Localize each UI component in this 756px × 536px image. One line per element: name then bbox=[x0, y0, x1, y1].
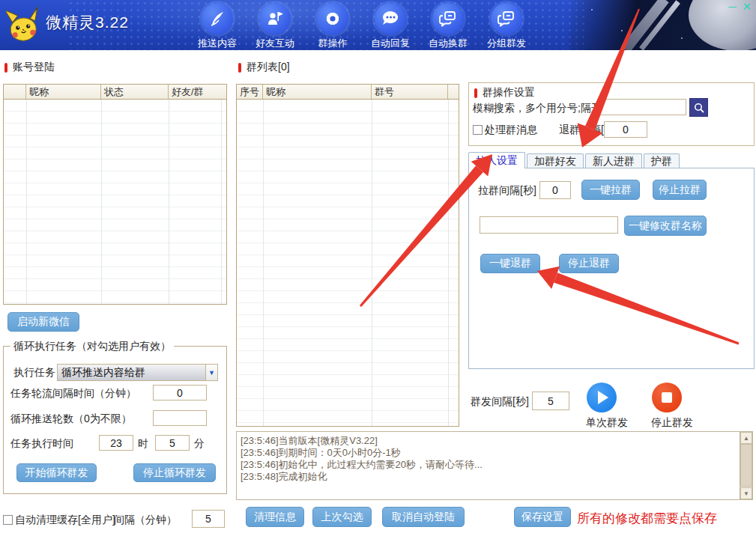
clear-info-button[interactable]: 清理信息 bbox=[246, 507, 304, 527]
app-title: 微精灵3.22 bbox=[46, 12, 129, 33]
search-button[interactable] bbox=[689, 98, 708, 117]
log-line: [23:5:46]当前版本[微精灵V3.22] bbox=[241, 435, 737, 447]
col-group-nickname[interactable]: 昵称 bbox=[263, 85, 372, 99]
rounds-input[interactable] bbox=[153, 410, 207, 426]
rounds-label: 循环推送轮数（0为不限） bbox=[10, 412, 132, 426]
stop-send-label: 停止群发 bbox=[651, 416, 693, 430]
process-group-msg-checkbox[interactable] bbox=[473, 125, 483, 135]
fuzzy-search-label: 模糊搜索，多个用分号;隔开 bbox=[473, 102, 602, 115]
last-check-button[interactable]: 上次勾选 bbox=[312, 507, 372, 527]
task-interval-input[interactable] bbox=[153, 385, 207, 401]
scroll-down-icon[interactable]: ▼ bbox=[740, 487, 752, 499]
log-scrollbar[interactable]: ▲ ▼ bbox=[740, 432, 752, 499]
start-loop-send-button[interactable]: 开始循环群发 bbox=[16, 463, 97, 482]
close-button[interactable]: ✕ bbox=[742, 1, 752, 13]
red-marker bbox=[4, 63, 7, 73]
titlebar[interactable]: 微精灵3.22 推送内容 好友互动 群操作 自动回复 自动换群 分组群发 ─ ✕ bbox=[0, 0, 756, 50]
minimize-button[interactable]: ─ bbox=[728, 1, 737, 13]
col-status[interactable]: 状态 bbox=[101, 85, 169, 99]
log-line: [23:5:48]完成初始化 bbox=[241, 471, 737, 483]
scroll-up-icon[interactable]: ▲ bbox=[740, 432, 752, 444]
minute-unit-label: 分 bbox=[194, 437, 205, 451]
autoclean-interval-input[interactable] bbox=[192, 510, 225, 528]
task-label: 执行任务 bbox=[13, 366, 55, 380]
chevron-down-icon[interactable]: ▼ bbox=[205, 364, 218, 381]
save-hint-text: 所有的修改都需要点保存 bbox=[577, 510, 717, 527]
log-line: [23:5:46]初始化中，此过程大约需要20秒，请耐心等待... bbox=[241, 459, 737, 471]
start-new-wechat-button[interactable]: 启动新微信 bbox=[7, 312, 79, 332]
red-marker bbox=[474, 88, 477, 98]
chat-dots-icon bbox=[381, 9, 400, 28]
single-send-label: 单次群发 bbox=[586, 416, 628, 430]
account-login-header: 账号登陆 bbox=[4, 61, 55, 74]
toolbar-item-auto-reply[interactable]: 自动回复 bbox=[362, 3, 419, 50]
send-interval-label: 群发间隔[秒] bbox=[471, 395, 529, 409]
play-icon bbox=[598, 391, 608, 404]
toolbar-item-friend-interact[interactable]: 好友互动 bbox=[247, 3, 303, 50]
pull-interval-label: 拉群间隔[秒] bbox=[478, 184, 536, 198]
col-nickname[interactable]: 昵称 bbox=[26, 85, 101, 99]
autoclean-interval-label: 间隔（分钟） bbox=[114, 514, 177, 527]
group-table-body[interactable] bbox=[237, 100, 459, 426]
log-output[interactable]: [23:5:46]当前版本[微精灵V3.22] [23:5:46]到期时间：0天… bbox=[236, 431, 753, 500]
stop-quit-button[interactable]: 停止退群 bbox=[559, 254, 619, 273]
account-table-body[interactable] bbox=[4, 100, 226, 304]
send-interval-input[interactable] bbox=[532, 392, 569, 410]
tab-newcomer[interactable]: 新人进群 bbox=[585, 153, 642, 168]
chat-swap-icon bbox=[438, 9, 458, 28]
stop-pull-button[interactable]: 停止拉群 bbox=[653, 180, 707, 200]
log-line: [23:5:46]到期时间：0天0小时0分-1秒 bbox=[241, 447, 737, 459]
col-index[interactable]: 序号 bbox=[237, 85, 263, 99]
cancel-autologin-button[interactable]: 取消自动登陆 bbox=[382, 507, 465, 527]
hour-unit-label: 时 bbox=[138, 437, 148, 451]
search-icon bbox=[693, 102, 705, 114]
exec-time-label: 任务执行时间 bbox=[10, 437, 73, 451]
quit-group-button[interactable]: 一键退群 bbox=[480, 254, 540, 273]
pikachu-logo-icon bbox=[6, 6, 42, 43]
group-list-table[interactable]: 序号 昵称 群号 bbox=[236, 84, 459, 427]
exec-minute-input[interactable] bbox=[155, 435, 190, 451]
col-group-id[interactable]: 群号 bbox=[372, 85, 448, 99]
toolbar-item-group-ops[interactable]: 群操作 bbox=[304, 3, 361, 50]
autoclean-checkbox[interactable] bbox=[3, 515, 13, 525]
pull-interval-input[interactable] bbox=[539, 181, 571, 199]
col-friend-group[interactable]: 好友/群 bbox=[169, 85, 226, 99]
col-check[interactable] bbox=[4, 85, 26, 99]
quit-interval-input[interactable] bbox=[604, 121, 647, 138]
save-settings-button[interactable]: 保存设置 bbox=[514, 507, 571, 527]
app-window: 微精灵3.22 推送内容 好友互动 群操作 自动回复 自动换群 分组群发 ─ ✕ bbox=[0, 0, 756, 536]
gear-icon bbox=[323, 9, 342, 28]
single-send-button[interactable] bbox=[587, 383, 617, 412]
stop-loop-send-button[interactable]: 停止循环群发 bbox=[133, 463, 216, 482]
toolbar-item-group-send[interactable]: 分组群发 bbox=[478, 3, 535, 50]
pull-group-button[interactable]: 一键拉群 bbox=[581, 180, 640, 200]
red-marker bbox=[238, 63, 241, 73]
process-group-msg-label: 处理群消息 bbox=[485, 124, 537, 137]
toolbar-item-push-content[interactable]: 推送内容 bbox=[189, 3, 246, 50]
toolbar-item-auto-switch-group[interactable]: 自动换群 bbox=[420, 3, 477, 50]
stop-send-button[interactable] bbox=[652, 383, 682, 412]
group-send-icon bbox=[497, 9, 516, 28]
group-ops-header: 群操作设置 bbox=[474, 86, 535, 100]
tab-join-group-friend[interactable]: 加群好友 bbox=[527, 153, 584, 168]
rename-group-input[interactable] bbox=[480, 216, 618, 234]
exec-hour-input[interactable] bbox=[99, 435, 133, 451]
task-interval-label: 任务轮流间隔时间（分钟） bbox=[10, 387, 136, 401]
loop-task-title: 循环执行任务（对勾选用户有效） bbox=[10, 340, 174, 353]
tab-pull-settings[interactable]: 拉人设置 bbox=[468, 152, 525, 168]
autoclean-label: 自动清理缓存[全用户] bbox=[15, 514, 115, 527]
pen-icon bbox=[208, 10, 226, 28]
stop-icon bbox=[662, 392, 672, 403]
settings-tabs: 拉人设置 加群好友 新人进群 护群 bbox=[468, 152, 681, 168]
account-table-header: 昵称 状态 好友/群 bbox=[4, 85, 226, 100]
friend-interact-icon bbox=[266, 10, 284, 28]
tab-protect-group[interactable]: 护群 bbox=[644, 153, 680, 168]
group-list-header: 群列表[0] bbox=[238, 61, 290, 74]
task-dropdown-value: 循环推送内容给群 bbox=[57, 364, 205, 381]
group-table-header: 序号 昵称 群号 bbox=[237, 85, 459, 100]
search-input[interactable] bbox=[599, 99, 686, 115]
account-table[interactable]: 昵称 状态 好友/群 bbox=[3, 84, 227, 305]
scrollbar-thumb[interactable] bbox=[740, 444, 752, 487]
rename-group-button[interactable]: 一键修改群名称 bbox=[624, 216, 707, 236]
task-dropdown[interactable]: 循环推送内容给群 ▼ bbox=[57, 364, 218, 381]
